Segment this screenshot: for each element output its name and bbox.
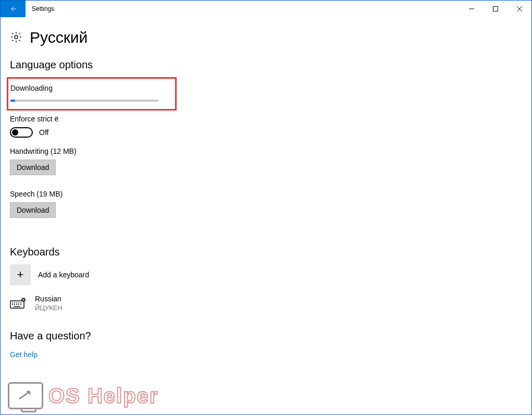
watermark: OS Helper: [8, 382, 158, 409]
keyboard-labels: Russian ЙЦУКЕН: [35, 295, 63, 312]
download-progress: [10, 100, 158, 102]
add-keyboard-label: Add a keyboard: [38, 271, 89, 279]
back-button[interactable]: [1, 1, 26, 17]
add-keyboard-row[interactable]: + Add a keyboard: [10, 264, 522, 285]
keyboard-item-russian[interactable]: Ж Russian ЙЦУКЕН: [10, 295, 522, 312]
page-title: Русский: [30, 29, 88, 46]
speech-label: Speech (19 MB): [10, 190, 522, 198]
svg-point-1: [15, 35, 18, 39]
get-help-link[interactable]: Get help: [10, 350, 38, 359]
keyboard-layout: ЙЦУКЕН: [35, 304, 63, 312]
keyboard-name: Russian: [35, 295, 63, 304]
speech-download-button[interactable]: Download: [10, 202, 56, 218]
content-area: Русский Language options Downloading Enf…: [1, 17, 531, 359]
watermark-monitor-icon: [8, 382, 43, 409]
keyboard-icon: Ж: [10, 297, 28, 310]
svg-rect-0: [493, 7, 498, 11]
titlebar: Settings: [1, 1, 531, 17]
handwriting-download-button[interactable]: Download: [10, 160, 56, 175]
maximize-button[interactable]: [484, 1, 508, 17]
close-icon: [517, 6, 522, 11]
window-title: Settings: [26, 1, 54, 17]
download-highlight: Downloading: [7, 77, 177, 111]
maximize-icon: [493, 6, 498, 11]
watermark-text: OS Helper: [48, 384, 158, 408]
settings-window: Settings Русский Language options: [0, 0, 532, 415]
minimize-icon: [469, 6, 474, 11]
handwriting-label: Handwriting (12 MB): [10, 147, 522, 155]
have-a-question-heading: Have a question?: [10, 330, 522, 342]
section-language-options: Language options: [10, 59, 522, 71]
download-progress-fill: [10, 100, 15, 102]
page-header: Русский: [10, 29, 522, 46]
downloading-label: Downloading: [10, 84, 171, 92]
window-caption-buttons: [460, 1, 531, 17]
toggle-state-label: Off: [39, 128, 48, 137]
toggle-knob-icon: [12, 129, 18, 136]
arrow-left-icon: [9, 5, 17, 13]
section-keyboards: Keyboards: [10, 246, 522, 258]
minimize-button[interactable]: [460, 1, 484, 17]
enforce-strict-label: Enforce strict ё: [10, 115, 522, 123]
close-button[interactable]: [508, 1, 531, 17]
svg-text:Ж: Ж: [22, 298, 25, 301]
plus-icon: +: [10, 264, 31, 285]
gear-icon: [10, 31, 22, 45]
enforce-toggle-row: Off: [10, 127, 522, 138]
enforce-toggle[interactable]: [10, 127, 33, 138]
